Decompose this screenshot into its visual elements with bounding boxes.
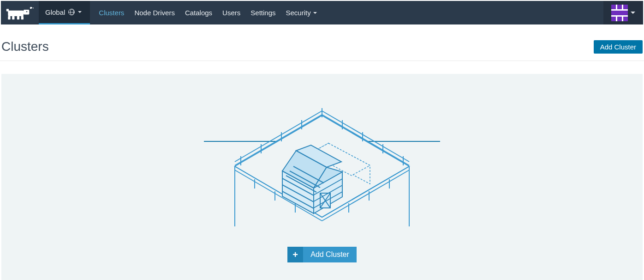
add-cluster-button[interactable]: Add Cluster <box>594 40 643 54</box>
nav-item-label: Clusters <box>99 9 124 17</box>
nav-item-label: Security <box>286 9 310 17</box>
scope-selector[interactable]: Global <box>39 1 90 24</box>
plus-icon: + <box>287 247 303 262</box>
globe-icon <box>68 9 75 15</box>
empty-state-illustration <box>204 97 440 226</box>
chevron-down-icon <box>78 11 82 13</box>
topbar: Global Clusters Node Drivers Catalogs Us… <box>1 1 643 24</box>
svg-rect-0 <box>8 10 24 16</box>
spacer <box>322 1 603 24</box>
empty-state: + Add Cluster <box>1 74 643 280</box>
svg-point-7 <box>26 11 27 12</box>
page-header: Clusters Add Cluster <box>0 25 644 61</box>
nav-node-drivers[interactable]: Node Drivers <box>129 1 180 24</box>
nav-security[interactable]: Security <box>280 1 322 24</box>
svg-rect-4 <box>21 16 24 19</box>
chevron-down-icon <box>313 12 317 14</box>
nav-users[interactable]: Users <box>217 1 245 24</box>
svg-rect-1 <box>8 16 10 19</box>
nav-item-label: Node Drivers <box>134 9 175 17</box>
svg-point-8 <box>33 7 34 8</box>
page-title: Clusters <box>1 39 49 54</box>
svg-rect-6 <box>6 9 9 11</box>
nav-item-label: Catalogs <box>185 9 212 17</box>
nav-catalogs[interactable]: Catalogs <box>180 1 217 24</box>
user-menu[interactable] <box>603 1 643 24</box>
svg-rect-3 <box>17 16 19 19</box>
brand-logo[interactable] <box>1 1 39 24</box>
chevron-down-icon <box>631 12 635 14</box>
add-cluster-center-label: Add Cluster <box>303 247 357 262</box>
nav-item-label: Users <box>222 9 240 17</box>
scope-label: Global <box>45 8 65 16</box>
add-cluster-center-button[interactable]: + Add Cluster <box>287 247 357 262</box>
svg-rect-5 <box>24 9 29 14</box>
nav-item-label: Settings <box>250 9 275 17</box>
avatar <box>611 5 628 21</box>
nav-items: Clusters Node Drivers Catalogs Users Set… <box>94 1 322 24</box>
nav-settings[interactable]: Settings <box>245 1 280 24</box>
nav-clusters[interactable]: Clusters <box>94 1 129 24</box>
svg-rect-2 <box>12 16 14 19</box>
